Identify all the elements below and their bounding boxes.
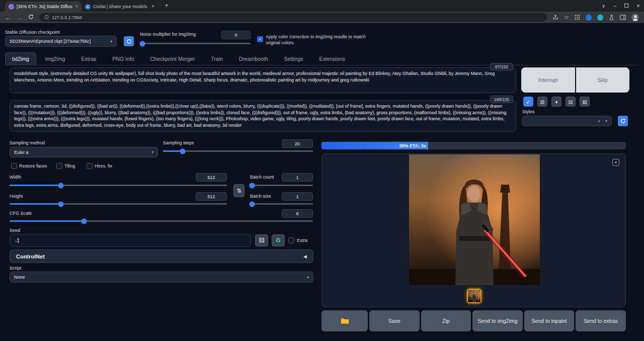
send-to-extras-button[interactable]: Send to extras	[576, 310, 626, 331]
swap-dimensions-button[interactable]: ⇅	[233, 184, 245, 197]
negative-prompt-input[interactable]: canvas frame, cartoon, 3d, ((disfigured)…	[10, 100, 516, 132]
cfg-scale-slider[interactable]	[10, 220, 313, 222]
height-value[interactable]: 512	[196, 192, 227, 201]
restore-faces-checkbox[interactable]	[11, 163, 17, 169]
maximize-window-button[interactable]	[624, 3, 628, 9]
minimize-window-button[interactable]: –	[613, 3, 616, 9]
send-to-img2img-button[interactable]: Send to img2img	[472, 310, 523, 331]
paste-params-button[interactable]: ↙	[523, 97, 533, 107]
checkpoint-dropdown[interactable]: SD15NewVAEpruned.ckpt [27a4ac756c] ▾	[5, 36, 117, 47]
sampling-steps-slider[interactable]	[163, 150, 313, 152]
extension-update-icon[interactable]	[586, 15, 592, 21]
slider-knob[interactable]	[81, 218, 87, 224]
slider-fill	[10, 185, 61, 186]
tab-png-info[interactable]: PNG Info	[105, 52, 141, 65]
interrupt-button[interactable]: Interrupt	[521, 67, 575, 93]
generated-image[interactable]	[409, 154, 540, 285]
reuse-seed-button[interactable]: ♻	[272, 234, 285, 246]
tab-img2img[interactable]: img2img	[38, 52, 72, 65]
restore-faces-label: Restore faces	[19, 163, 47, 168]
random-seed-button[interactable]: ⚄	[255, 234, 268, 246]
negative-prompt-container: canvas frame, cartoon, 3d, ((disfigured)…	[10, 100, 516, 132]
progress-bar: 35% ETA: 3s	[321, 142, 626, 149]
color-correction-checkbox[interactable]: ✓	[257, 36, 263, 42]
slider-knob[interactable]	[58, 201, 63, 207]
slider-knob[interactable]	[180, 148, 185, 154]
profile-avatar[interactable]	[631, 14, 639, 21]
browser-tab-stable-diffusion[interactable]: [35% ETA: 3s] Stable Diffusion ×	[5, 2, 82, 12]
bookmark-star-icon[interactable]: ☆	[564, 14, 569, 21]
site-info-icon[interactable]: ⓘ	[44, 14, 49, 21]
extra-networks-button[interactable]: ♦	[551, 97, 561, 107]
slider-knob[interactable]	[249, 201, 255, 207]
close-window-button[interactable]: ×	[636, 3, 640, 10]
prompt-token-counter: 87/150	[490, 63, 513, 70]
batch-size-value[interactable]: 1	[282, 192, 313, 201]
noise-multiplier-value[interactable]: 0	[221, 31, 251, 39]
tab-txt2img[interactable]: txt2img	[5, 52, 36, 65]
batch-count-slider[interactable]	[250, 185, 313, 186]
controlnet-accordion[interactable]: ControlNet ◀	[10, 249, 313, 263]
output-actions: Save Zip Send to img2img Send to inpaint…	[321, 310, 626, 331]
slider-knob[interactable]	[58, 183, 63, 188]
tab-search-chevron-icon[interactable]: ∨	[602, 3, 605, 9]
slider-knob[interactable]	[140, 41, 145, 46]
beaker-extension-icon[interactable]	[609, 13, 614, 22]
save-button[interactable]: Save	[369, 310, 420, 331]
width-value[interactable]: 512	[196, 173, 227, 182]
reload-icon[interactable]	[28, 14, 34, 21]
gallery-thumbnail[interactable]	[467, 289, 481, 303]
slider-knob[interactable]	[249, 183, 255, 188]
script-dropdown[interactable]: None ▾	[10, 272, 313, 283]
tab-extras[interactable]: Extras	[74, 52, 104, 65]
recorder-extension-icon[interactable]	[597, 15, 603, 21]
tab-close-icon[interactable]: ×	[151, 4, 154, 9]
side-panel-icon[interactable]	[620, 13, 626, 22]
close-image-icon[interactable]: ×	[612, 159, 619, 166]
batch-count-value[interactable]: 1	[282, 173, 313, 182]
tab-extensions[interactable]: Extensions	[312, 52, 352, 65]
zip-button[interactable]: Zip	[421, 310, 471, 331]
refresh-checkpoints-button[interactable]	[124, 36, 134, 46]
apps-grid-icon[interactable]	[575, 13, 580, 22]
refresh-styles-button[interactable]	[618, 116, 628, 126]
hires-fix-checkbox[interactable]	[87, 163, 93, 169]
progress-text: 35% ETA: 3s	[321, 142, 428, 149]
batch-size-slider[interactable]	[250, 203, 313, 205]
browser-tab-civitai[interactable]: Civitai | Share your models ×	[82, 2, 158, 12]
refresh-icon	[126, 39, 132, 44]
tab-dreambooth[interactable]: Dreambooth	[232, 52, 275, 65]
send-to-inpaint-button[interactable]: Send to inpaint	[524, 310, 575, 331]
checkpoint-label: Stable Diffusion checkpoint	[5, 30, 59, 35]
address-bar[interactable]: ⓘ 127.0.0.1:7860	[39, 13, 547, 22]
forward-icon[interactable]: →	[17, 15, 23, 21]
extra-seed-checkbox[interactable]	[288, 237, 294, 243]
prompt-input[interactable]: modelshoot style, (extremely detailed CG…	[10, 67, 516, 93]
save-style-button[interactable]: ▤	[566, 97, 576, 107]
back-icon[interactable]: ←	[5, 15, 11, 21]
sampling-steps-value[interactable]: 20	[282, 139, 313, 148]
tab-train[interactable]: Train	[204, 52, 230, 65]
width-slider[interactable]	[10, 185, 227, 186]
batch-size-label: Batch size	[250, 194, 271, 199]
open-folder-button[interactable]	[321, 310, 368, 331]
new-tab-button[interactable]: +	[162, 2, 171, 11]
apply-style-button[interactable]: ▧	[580, 97, 590, 107]
sampling-method-dropdown[interactable]: Euler a ▾	[10, 147, 158, 157]
height-slider[interactable]	[10, 203, 227, 205]
tab-settings[interactable]: Settings	[277, 52, 310, 65]
seed-label: Seed	[10, 228, 20, 233]
tiling-checkbox[interactable]	[56, 163, 62, 169]
skip-button[interactable]: Skip	[576, 67, 630, 93]
tab-checkpoint-merger[interactable]: Checkpoint Merger	[143, 52, 202, 65]
share-icon[interactable]	[552, 13, 558, 22]
generate-actions: Interrupt Skip	[521, 67, 629, 93]
noise-multiplier-slider[interactable]	[141, 43, 251, 44]
script-label: Script	[10, 266, 21, 271]
clear-styles-icon[interactable]: ×	[598, 119, 600, 124]
clear-prompt-button[interactable]: ▥	[537, 97, 547, 107]
seed-input[interactable]	[10, 234, 251, 247]
cfg-scale-value[interactable]: 8	[282, 209, 313, 218]
styles-dropdown[interactable]: × ▾	[522, 116, 612, 126]
tab-close-icon[interactable]: ×	[75, 4, 78, 9]
